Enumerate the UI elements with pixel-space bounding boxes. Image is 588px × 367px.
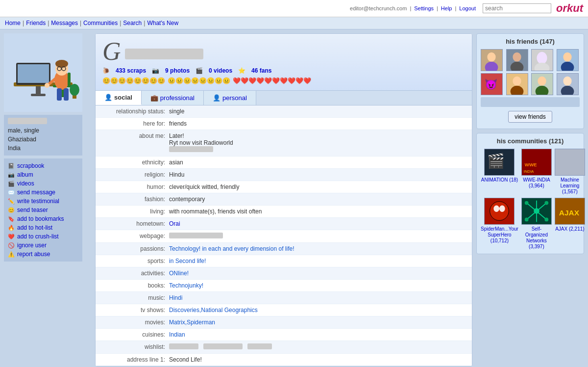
- wishlist-blurred3: [247, 343, 272, 349]
- community-selforg[interactable]: Self-Organized Networks (3,397): [521, 198, 552, 250]
- action-ignore-user-label: ignore user: [17, 242, 47, 249]
- fans-link[interactable]: 46 fans: [251, 67, 271, 74]
- svg-text:😈: 😈: [485, 78, 498, 91]
- about-blurred: [169, 146, 213, 152]
- action-add-crushlist[interactable]: ❤️ add to crush-list: [8, 232, 78, 241]
- tab-social[interactable]: 👤 social: [96, 91, 142, 105]
- nav-communities[interactable]: Communities: [83, 20, 118, 26]
- community-ml[interactable]: Machine Learning (1,567): [555, 149, 585, 195]
- view-friends-button[interactable]: view friends: [508, 111, 552, 123]
- svg-point-31: [563, 52, 571, 62]
- svg-point-36: [513, 77, 521, 86]
- action-scrapbook[interactable]: 📓 scrapbook: [8, 161, 78, 170]
- community-ml-thumb: [555, 149, 585, 176]
- user-info-box: male, single Ghaziabad India: [4, 115, 82, 156]
- nav-whatsnew[interactable]: What's New: [147, 20, 178, 26]
- mood-blues: 😐😐😐😐😐😐😐😐: [168, 77, 230, 84]
- photos-icon: 📷: [152, 67, 159, 74]
- logout-link[interactable]: Logout: [459, 5, 476, 11]
- friend-thumb-4[interactable]: [557, 49, 579, 71]
- row-hometown: hometown: Orai: [96, 218, 472, 230]
- nav-home[interactable]: Home: [5, 20, 21, 26]
- orkut-logo: orkut: [556, 2, 583, 15]
- community-selforg-thumb: [521, 198, 552, 225]
- nav-messages[interactable]: Messages: [51, 20, 78, 26]
- svg-rect-5: [18, 64, 49, 83]
- community-animation-label: ANIMATION (18): [481, 177, 518, 183]
- wishlist-blurred2: [203, 343, 243, 349]
- videos-link[interactable]: 0 videos: [209, 67, 232, 74]
- scraps-icon: 🐌: [102, 67, 110, 74]
- community-wwe[interactable]: WWE INDIA WWE-INDIA (3,964): [521, 149, 552, 195]
- mood-hearts: ❤️❤️❤️❤️❤️❤️❤️❤️❤️❤️: [233, 77, 311, 84]
- action-add-bookmarks[interactable]: 🔖 add to bookmarks: [8, 214, 78, 223]
- row-relationship: relationship status: single: [96, 105, 472, 118]
- friend-thumb-8[interactable]: [557, 73, 579, 95]
- search-input[interactable]: [483, 3, 551, 13]
- friend-thumb-5[interactable]: 😈: [481, 73, 503, 95]
- action-add-hotlist[interactable]: 🔥 add to hot-list: [8, 223, 78, 232]
- main-layout: male, single Ghaziabad India 📓 scrapbook…: [0, 29, 588, 367]
- svg-point-50: [490, 202, 509, 221]
- action-report-abuse[interactable]: ⚠️ report abuse: [8, 250, 78, 259]
- action-album-label: album: [17, 171, 33, 178]
- hotlist-icon: 🔥: [8, 224, 15, 231]
- svg-text:WWE: WWE: [525, 162, 537, 167]
- tab-professional[interactable]: 💼 professional: [142, 91, 204, 105]
- action-send-teaser[interactable]: 😊 send teaser: [8, 206, 78, 214]
- svg-point-22: [487, 52, 495, 62]
- sep1: |: [410, 5, 411, 11]
- friends-blurred-row: [481, 97, 580, 107]
- center-profile: G 🐌 433 scraps 📷 9 photos 🎬 0 videos ⭐ 4…: [95, 33, 472, 367]
- photos-link[interactable]: 9 photos: [165, 67, 190, 74]
- action-videos[interactable]: 🎬 videos: [8, 179, 78, 188]
- row-cuisines: cuisines: Indian: [96, 329, 472, 341]
- professional-tab-icon: 💼: [150, 94, 158, 102]
- tab-personal[interactable]: 👤 personal: [204, 91, 256, 105]
- nav-search[interactable]: Search: [123, 20, 142, 26]
- wishlist-blurred1: [169, 343, 198, 349]
- user-country: India: [8, 144, 78, 153]
- row-activities: activities: ONline!: [96, 267, 472, 280]
- community-wwe-label: WWE-INDIA (3,964): [521, 177, 552, 189]
- svg-rect-3: [31, 94, 46, 96]
- help-link[interactable]: Help: [441, 5, 452, 11]
- community-spiderman[interactable]: SpiderMan...Your SuperHero (10,712): [481, 198, 518, 250]
- professional-tab-label: professional: [160, 94, 195, 102]
- nav-friends[interactable]: Friends: [26, 20, 46, 26]
- community-ajax[interactable]: AJAX AJAX (2,211): [555, 198, 585, 250]
- action-ignore-user[interactable]: 🚫 ignore user: [8, 241, 78, 250]
- friend-thumb-1[interactable]: [481, 49, 503, 71]
- user-email: editor@techcrunch.com: [350, 5, 407, 11]
- album-icon: 📷: [8, 171, 15, 178]
- svg-point-10: [55, 60, 68, 68]
- settings-link[interactable]: Settings: [414, 5, 434, 11]
- action-send-teaser-label: send teaser: [17, 207, 48, 213]
- mood-smileys: 😊😊😊😊😊😊😊😊: [102, 77, 165, 84]
- sep2: |: [437, 5, 438, 11]
- svg-point-42: [563, 77, 571, 86]
- action-album[interactable]: 📷 album: [8, 170, 78, 179]
- row-webpage: webpage:: [96, 230, 472, 243]
- right-sidebar: his friends (147): [476, 33, 584, 254]
- friends-panel: his friends (147): [476, 33, 584, 129]
- action-write-testimonial-label: write testimonial: [17, 198, 59, 205]
- community-animation[interactable]: 🎬 ANIMATION (18): [481, 149, 518, 195]
- action-write-testimonial[interactable]: ✏️ write testimonial: [8, 197, 78, 206]
- hometown-link[interactable]: Orai: [169, 220, 180, 227]
- friend-thumb-3[interactable]: [531, 49, 553, 71]
- row-sports: sports: in Second life!: [96, 255, 472, 267]
- navbar: Home | Friends | Messages | Communities …: [0, 17, 588, 29]
- action-scrapbook-label: scrapbook: [17, 162, 44, 169]
- friend-thumb-6[interactable]: [506, 73, 528, 95]
- action-send-message[interactable]: ✉️ send message: [8, 188, 78, 197]
- friend-thumb-2[interactable]: [506, 49, 528, 71]
- profile-name-row: G: [102, 39, 465, 64]
- friend-thumb-7[interactable]: [531, 73, 553, 95]
- scraps-link[interactable]: 433 scraps: [116, 67, 146, 74]
- row-movies: movies: Matrix,Spiderman: [96, 316, 472, 329]
- message-icon: ✉️: [8, 189, 15, 196]
- action-add-bookmarks-label: add to bookmarks: [17, 215, 64, 222]
- profile-content: relationship status: single here for: fr…: [96, 105, 472, 366]
- svg-point-15: [45, 83, 49, 88]
